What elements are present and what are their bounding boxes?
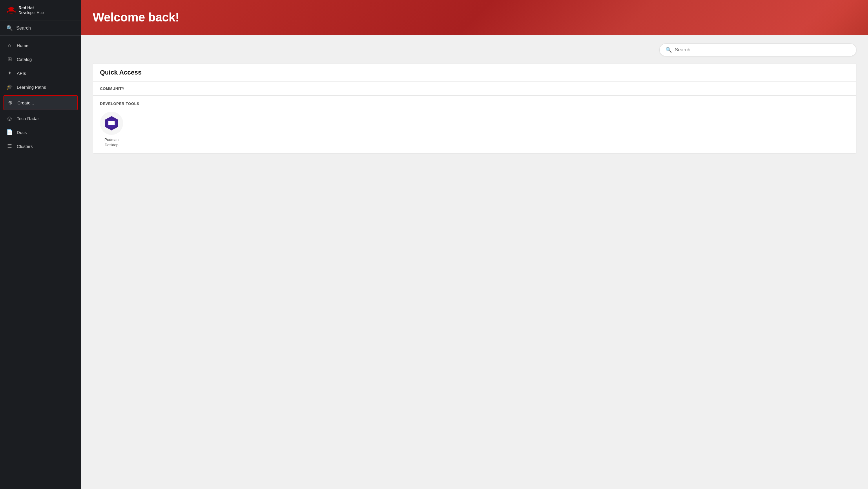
welcome-title: Welcome back! (93, 10, 179, 24)
search-bar-container: 🔍 (93, 44, 857, 56)
sidebar-item-apis-label: APIs (17, 71, 26, 76)
svg-point-8 (114, 121, 115, 122)
podman-desktop-label: PodmanDesktop (104, 137, 119, 148)
learning-paths-icon: 🎓 (6, 84, 13, 90)
svg-point-9 (114, 123, 115, 124)
search-icon: 🔍 (6, 25, 13, 31)
tool-podman-desktop[interactable]: PodmanDesktop (100, 112, 123, 148)
search-input[interactable] (675, 47, 850, 53)
catalog-icon: ⊞ (6, 56, 13, 62)
sidebar-item-catalog-label: Catalog (17, 57, 32, 62)
podman-desktop-icon (104, 116, 119, 131)
redhat-logo: Red Hat Developer Hub (6, 5, 44, 16)
sidebar-item-docs-label: Docs (17, 130, 27, 135)
logo-text: Red Hat Developer Hub (19, 5, 44, 16)
sidebar-item-catalog[interactable]: ⊞ Catalog (0, 52, 81, 66)
svg-point-1 (8, 7, 14, 9)
svg-point-3 (7, 12, 16, 14)
home-icon: ⌂ (6, 42, 13, 49)
sidebar-item-tech-radar-label: Tech Radar (17, 116, 39, 121)
docs-icon: 📄 (6, 129, 13, 136)
podman-desktop-icon-wrapper (100, 112, 123, 135)
sidebar-item-clusters-label: Clusters (17, 144, 33, 149)
sidebar-item-apis[interactable]: ✦ APIs (0, 66, 81, 80)
redhat-hat-icon (6, 6, 16, 15)
sidebar-item-home-label: Home (17, 43, 28, 48)
search-bar[interactable]: 🔍 (659, 44, 857, 56)
quick-access-title: Quick Access (100, 69, 849, 76)
sidebar-search-label: Search (16, 26, 31, 31)
section-developer-tools: DEVELOPER TOOLS (93, 96, 856, 154)
quick-access-panel: Quick Access COMMUNITY DEVELOPER TOOLS (93, 63, 857, 154)
svg-rect-11 (108, 124, 109, 124)
sidebar: Red Hat Developer Hub 🔍 Search ⌂ Home ⊞ … (0, 0, 81, 489)
sidebar-item-home[interactable]: ⌂ Home (0, 38, 81, 52)
apis-icon: ✦ (6, 70, 13, 76)
welcome-banner: Welcome back! (81, 0, 868, 35)
content-area: 🔍 Quick Access COMMUNITY DEVELOPER TOOLS (81, 35, 868, 489)
sidebar-search-button[interactable]: 🔍 Search (0, 21, 81, 36)
sidebar-item-learning-paths-label: Learning Paths (17, 85, 46, 90)
clusters-icon: ☰ (6, 143, 13, 149)
svg-rect-10 (108, 122, 109, 122)
community-label: COMMUNITY (100, 86, 849, 91)
section-community: COMMUNITY (93, 82, 856, 96)
search-bar-icon: 🔍 (665, 47, 672, 53)
sidebar-nav: ⌂ Home ⊞ Catalog ✦ APIs 🎓 Learning Paths… (0, 36, 81, 156)
main-content: Welcome back! 🔍 Quick Access COMMUNITY D… (81, 0, 868, 489)
sidebar-item-clusters[interactable]: ☰ Clusters (0, 139, 81, 153)
tech-radar-icon: ◎ (6, 115, 13, 121)
sidebar-item-create-label: Create... (18, 100, 34, 105)
sidebar-item-create[interactable]: ⊕ Create... (3, 95, 78, 110)
tools-grid: PodmanDesktop (100, 112, 849, 148)
app-logo: Red Hat Developer Hub (0, 0, 81, 21)
sidebar-item-learning-paths[interactable]: 🎓 Learning Paths (0, 80, 81, 94)
sidebar-item-docs[interactable]: 📄 Docs (0, 125, 81, 139)
create-icon: ⊕ (7, 99, 13, 106)
quick-access-header: Quick Access (93, 63, 856, 82)
developer-tools-label: DEVELOPER TOOLS (100, 102, 849, 106)
sidebar-item-tech-radar[interactable]: ◎ Tech Radar (0, 111, 81, 125)
